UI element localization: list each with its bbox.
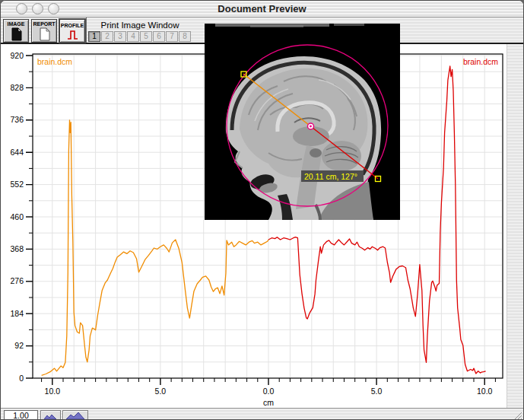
measurement-label: 20.11 cm, 127° xyxy=(304,172,357,181)
x-tick-label: 10.0 xyxy=(477,387,493,396)
print-page-buttons: 1 2 3 4 5 6 7 8 xyxy=(88,31,191,42)
print-image-window-label: Print Image Window xyxy=(88,21,192,30)
title-bar: Document Preview xyxy=(1,1,523,18)
profile-button-label: PROFILE xyxy=(60,23,84,28)
image-button-label: IMAGE xyxy=(4,21,28,27)
print-page-button-7[interactable]: 7 xyxy=(166,31,178,42)
y-tick-label: 644 xyxy=(10,148,24,157)
y-tick-label: 368 xyxy=(10,244,24,253)
y-tick-label: 460 xyxy=(10,212,24,221)
print-page-button-4[interactable]: 4 xyxy=(127,31,139,42)
x-tick-label: 5.0 xyxy=(155,387,167,396)
image-button[interactable]: IMAGE xyxy=(3,19,29,43)
small-mountains-icon xyxy=(43,413,59,420)
large-mountains-icon xyxy=(65,412,86,420)
status-bar xyxy=(1,408,523,420)
y-tick-label: 552 xyxy=(10,180,24,189)
y-tick-label: 92 xyxy=(14,341,24,350)
x-axis-label: cm xyxy=(263,398,274,407)
print-page-button-8[interactable]: 8 xyxy=(179,31,191,42)
report-button[interactable]: REPORT xyxy=(31,19,57,43)
report-button-label: REPORT xyxy=(32,21,56,27)
y-tick-label: 828 xyxy=(10,83,24,92)
x-tick-label: 0.0 xyxy=(263,387,275,396)
print-page-button-5[interactable]: 5 xyxy=(140,31,152,42)
print-page-button-1[interactable]: 1 xyxy=(88,31,100,42)
resize-grip-icon[interactable] xyxy=(513,410,522,420)
document-preview-window: Document Preview IMAGE REPORT PROFILE Pr… xyxy=(0,0,524,420)
zoom-out-button[interactable] xyxy=(40,410,61,420)
report-page-icon xyxy=(39,27,50,41)
y-tick-label: 920 xyxy=(10,51,24,60)
print-page-button-3[interactable]: 3 xyxy=(114,31,126,42)
y-tick-label: 0 xyxy=(19,374,24,383)
profile-button[interactable]: PROFILE xyxy=(59,19,85,43)
zoom-in-button[interactable] xyxy=(62,410,88,420)
print-page-button-6[interactable]: 6 xyxy=(153,31,165,42)
brain-mri-image: 20.11 cm, 127° xyxy=(205,24,400,220)
x-tick-label: 5.0 xyxy=(371,387,383,396)
y-tick-label: 736 xyxy=(10,115,24,124)
y-tick-label: 184 xyxy=(10,309,24,318)
zoom-scale-field[interactable] xyxy=(4,410,38,420)
profile-curve-icon xyxy=(66,29,79,40)
y-tick-label: 276 xyxy=(10,276,24,285)
x-tick-label: 10.0 xyxy=(45,387,61,396)
series-label-right: brain.dcm xyxy=(463,57,498,66)
print-page-button-2[interactable]: 2 xyxy=(101,31,113,42)
toolbar-separator xyxy=(86,18,87,43)
series-label-left: brain.dcm xyxy=(37,57,72,66)
window-title: Document Preview xyxy=(1,3,523,14)
image-page-icon xyxy=(11,27,22,41)
